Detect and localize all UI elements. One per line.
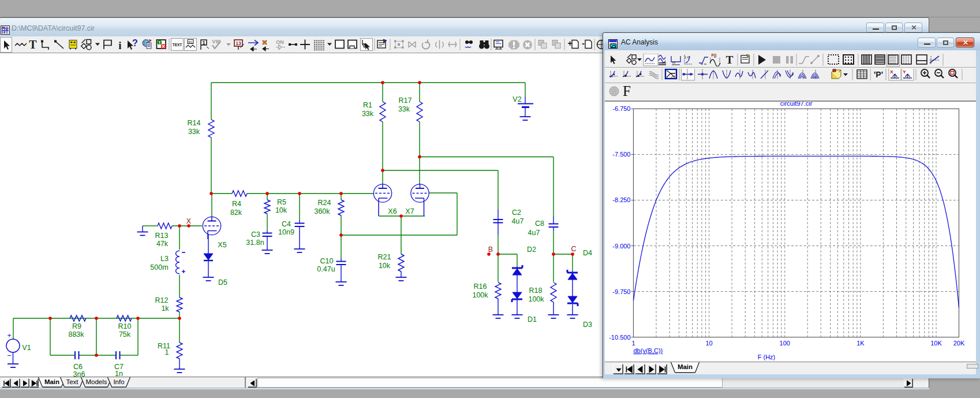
svg-text:R10: R10 [118,322,132,330]
svg-text:C3: C3 [251,230,260,239]
svg-text:82k: 82k [230,209,242,217]
svg-text:33k: 33k [362,110,374,118]
svg-text:-: - [582,39,585,48]
svg-text:-9.000: -9.000 [612,243,630,250]
svg-text:TEXT: TEXT [173,43,182,47]
svg-text:33k: 33k [188,128,200,136]
svg-text:20K: 20K [953,340,965,347]
svg-text:D1: D1 [528,315,537,323]
svg-text:47k: 47k [156,240,169,248]
svg-text:10k: 10k [379,262,391,270]
svg-text:-8.250: -8.250 [612,196,630,203]
svg-text:R13: R13 [155,232,169,240]
svg-text:1n: 1n [115,370,123,377]
svg-text:1K: 1K [856,340,865,347]
svg-text:R12: R12 [155,296,169,304]
svg-text:-7.500: -7.500 [612,151,630,158]
svg-text:500m: 500m [150,263,168,271]
svg-text:D2: D2 [527,246,536,254]
svg-text:VIP: VIP [212,38,221,44]
svg-text:X: X [890,69,893,75]
svg-text:X: X [186,217,192,225]
svg-text:X5: X5 [218,241,226,249]
svg-text:Y: Y [903,69,906,75]
svg-text:R1: R1 [363,101,372,109]
svg-text:0.47u: 0.47u [317,265,335,273]
svg-text:13: 13 [235,40,241,46]
svg-text:100k: 100k [528,295,544,303]
svg-text:?: ? [132,38,138,48]
svg-text:C4: C4 [282,220,291,228]
svg-text:+: + [567,39,572,48]
svg-text:V1: V1 [22,344,31,352]
svg-text:4u7: 4u7 [512,217,524,225]
svg-text:C: C [571,245,576,253]
svg-text:-6.750: -6.750 [612,105,630,112]
svg-text:db(v(B,C)): db(v(B,C)) [634,347,663,354]
svg-text:1.0: 1.0 [684,55,690,59]
svg-text:C6: C6 [73,363,83,371]
svg-text:V2: V2 [513,95,521,103]
svg-text:ON: ON [276,39,284,45]
svg-text:F (Hz): F (Hz) [758,354,776,360]
svg-text:R16: R16 [474,282,487,291]
svg-text:1: 1 [631,340,635,347]
svg-text:X7: X7 [405,207,414,215]
svg-text:-10.500: -10.500 [609,334,630,341]
svg-text:100k: 100k [472,291,488,299]
svg-text:C8: C8 [535,220,544,228]
svg-text:R9: R9 [72,322,81,330]
svg-text:31.8n: 31.8n [246,239,264,247]
svg-text:B: B [488,246,493,254]
svg-text:360k: 360k [314,207,330,215]
svg-text:T: T [29,38,37,51]
svg-text:-9.750: -9.750 [612,288,630,295]
svg-text:10K: 10K [930,340,942,347]
svg-text:R1: R1 [188,40,193,44]
svg-text:i: i [118,39,121,51]
svg-text:10n9: 10n9 [278,228,294,236]
svg-text:10: 10 [706,340,713,347]
svg-text:C10: C10 [320,257,334,265]
svg-text:D3: D3 [583,321,592,329]
svg-text:R17: R17 [399,96,412,105]
svg-text:F(): F() [712,54,717,58]
svg-text:D5: D5 [218,278,227,287]
svg-text:3n6: 3n6 [73,370,85,377]
svg-text:1: 1 [202,40,205,46]
svg-text:R21: R21 [378,253,391,261]
svg-text:circuit97.cir: circuit97.cir [780,102,813,107]
svg-text:R24: R24 [318,199,331,207]
svg-text:D4: D4 [583,249,592,257]
svg-text:X6: X6 [388,207,397,215]
svg-text:4u7: 4u7 [528,229,540,237]
svg-text:R4: R4 [232,200,241,208]
svg-text:R18: R18 [529,287,543,295]
svg-text:−: − [7,351,12,360]
svg-text:R5: R5 [277,198,286,206]
svg-text:'P': 'P' [874,70,883,79]
svg-text:C2: C2 [512,209,521,217]
svg-text:100: 100 [780,340,790,347]
svg-text:1k: 1k [161,304,169,313]
svg-text:R14: R14 [188,119,201,127]
svg-text:33k: 33k [398,105,410,113]
svg-text:L3: L3 [160,255,169,263]
svg-text:T: T [726,54,734,66]
svg-text:+: + [7,332,11,340]
svg-text:10k: 10k [275,206,287,214]
svg-text:75k: 75k [119,330,131,339]
svg-text:1: 1 [165,348,169,356]
svg-text:883k: 883k [68,330,84,339]
